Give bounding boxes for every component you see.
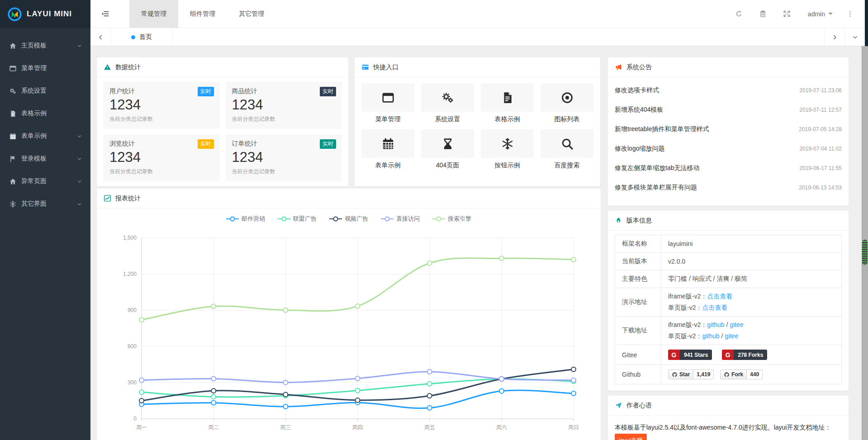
calendar-icon	[9, 132, 17, 140]
quick-form-demo[interactable]: 表单示例	[361, 129, 414, 170]
data-point[interactable]	[283, 404, 288, 409]
quick-menu-management[interactable]: 菜单管理	[361, 83, 414, 123]
data-point[interactable]	[356, 304, 360, 308]
demo-iframe-link[interactable]: 点击查看	[707, 293, 732, 300]
collapse-sidebar-button[interactable]	[90, 0, 119, 28]
notice-item[interactable]: 修复左侧菜单缩放tab无法移动 2019-06-17 11:55	[615, 158, 842, 178]
notice-item[interactable]: 修复多模块菜单栏展开有问题 2019-06-13 14:53	[615, 178, 842, 197]
data-point[interactable]	[211, 388, 216, 393]
data-point[interactable]	[571, 257, 576, 262]
tab-operations-button[interactable]	[844, 28, 865, 46]
data-point[interactable]	[427, 406, 432, 410]
row-label: 演示地址	[615, 288, 661, 317]
fullscreen-icon[interactable]	[783, 10, 791, 18]
legend-item-搜索引擎[interactable]: 搜索引擎	[432, 215, 471, 223]
quick-baidu-search[interactable]: 百度搜索	[541, 129, 593, 170]
chart-legend: 邮件营销联盟广告视频广告直接访问搜索引擎	[97, 215, 601, 223]
octocat-icon	[724, 372, 730, 378]
data-point[interactable]	[427, 382, 432, 386]
clear-cache-icon[interactable]	[759, 10, 767, 18]
data-point[interactable]	[211, 401, 216, 405]
github-link[interactable]: github	[702, 332, 719, 340]
data-point[interactable]	[139, 378, 144, 383]
notice-item[interactable]: 新增系统404模板 2019-07-11 12:57	[615, 100, 842, 119]
card-header: 作者心语	[608, 396, 849, 416]
sidebar-item-system-settings[interactable]: 系统设置	[0, 80, 90, 102]
data-point[interactable]	[283, 308, 288, 312]
flag-icon	[9, 155, 17, 163]
data-point[interactable]	[571, 391, 576, 396]
quick-label: 图标列表	[541, 115, 593, 123]
sidebar-item-form-demo[interactable]: 表单示例	[0, 125, 90, 147]
quick-table-demo[interactable]: 表格示例	[481, 83, 534, 123]
sidebar-item-error-pages[interactable]: 异常页面	[0, 170, 90, 193]
stat-user-count[interactable]: 用户统计 实时 1234 当前分类总记录数	[103, 82, 220, 129]
data-point[interactable]	[139, 390, 144, 394]
data-point[interactable]	[427, 261, 432, 265]
refresh-icon[interactable]	[735, 10, 743, 18]
sidebar-item-menu-management[interactable]: 菜单管理	[0, 57, 90, 80]
data-point[interactable]	[356, 376, 360, 381]
calendar-icon	[381, 137, 395, 151]
data-point[interactable]	[356, 388, 360, 393]
gitee-link[interactable]: gitee	[725, 332, 738, 340]
layui-docs-badge[interactable]: layui文档	[615, 434, 647, 440]
gears-icon	[441, 91, 455, 104]
tab-scroll-right-button[interactable]	[824, 28, 844, 46]
tab-general-management[interactable]: 常规管理	[129, 0, 178, 28]
notice-item[interactable]: 修改选项卡样式 2019-07-11 23:06	[615, 80, 842, 100]
sidebar-item-login-template[interactable]: 登录模板	[0, 147, 90, 170]
quick-icon-list[interactable]: 图标列表	[541, 83, 593, 123]
legend-item-直接访问[interactable]: 直接访问	[381, 215, 420, 223]
stat-order-count[interactable]: 订单统计 实时 1234 当前分类总记录数	[226, 134, 342, 181]
stat-product-count[interactable]: 商品统计 实时 1234 当前分类总记录数	[226, 82, 342, 129]
quick-system-settings[interactable]: 系统设置	[421, 83, 474, 123]
tab-scroll-left-button[interactable]	[90, 28, 111, 46]
github-fork-button[interactable]: Fork 440	[720, 369, 763, 379]
card-title: 报表统计	[115, 194, 141, 203]
gitee-link[interactable]: gitee	[730, 321, 743, 328]
data-point[interactable]	[283, 392, 288, 397]
tab-other-management[interactable]: 其它管理	[227, 0, 276, 28]
data-point[interactable]	[571, 378, 576, 383]
data-point[interactable]	[211, 394, 216, 399]
data-point[interactable]	[571, 367, 576, 372]
data-point[interactable]	[499, 256, 504, 260]
scrollbar-thumb[interactable]	[862, 240, 868, 265]
legend-item-邮件营销[interactable]: 邮件营销	[226, 215, 265, 223]
gitee-forks-badge[interactable]: G278 Forks	[722, 350, 767, 360]
data-point[interactable]	[499, 377, 504, 381]
data-point[interactable]	[356, 398, 360, 402]
sidebar-item-other-pages[interactable]: 其它界面	[0, 193, 90, 215]
legend-item-视频广告[interactable]: 视频广告	[329, 215, 368, 223]
data-point[interactable]	[427, 369, 432, 374]
quick-button-demo[interactable]: 按钮示例	[481, 129, 534, 170]
app-logo[interactable]: LAYUI MINI	[0, 0, 90, 28]
github-link[interactable]: github	[707, 321, 724, 328]
more-menu-icon[interactable]	[846, 10, 854, 18]
data-point[interactable]	[427, 393, 432, 398]
stat-view-count[interactable]: 浏览统计 实时 1234 当前分类总记录数	[103, 134, 220, 181]
table-row: 当前版本 v2.0.0	[615, 253, 842, 270]
data-point[interactable]	[283, 380, 288, 385]
data-point[interactable]	[139, 317, 144, 322]
row-label: Github	[615, 365, 661, 384]
data-point[interactable]	[139, 398, 144, 403]
notice-item[interactable]: 修改logo缩放问题 2019-07-04 11:02	[615, 139, 842, 158]
tab-home[interactable]: 首页	[111, 28, 173, 46]
demo-spa-link[interactable]: 点击查看	[702, 304, 727, 311]
github-star-button[interactable]: Star 1,419	[668, 369, 714, 379]
data-point[interactable]	[211, 304, 216, 308]
notice-item[interactable]: 新增treetable插件和菜单管理样式 2019-07-05 14:28	[615, 119, 842, 139]
quick-404-page[interactable]: 404页面	[421, 129, 474, 170]
data-point[interactable]	[499, 389, 504, 393]
gitee-stars-badge[interactable]: G941 Stars	[668, 350, 712, 360]
user-dropdown[interactable]: admin	[808, 10, 833, 18]
sidebar-item-home-template[interactable]: 主页模板	[0, 34, 90, 57]
tab-component-management[interactable]: 组件管理	[178, 0, 227, 28]
legend-item-联盟广告[interactable]: 联盟广告	[278, 215, 317, 223]
data-point[interactable]	[211, 376, 216, 381]
report-line-chart[interactable]: 周一周二周三周四周五周六周日03006009001,2001,500	[97, 227, 601, 440]
gitee-logo: G	[722, 350, 734, 360]
sidebar-item-table-demo[interactable]: 表格示例	[0, 102, 90, 125]
